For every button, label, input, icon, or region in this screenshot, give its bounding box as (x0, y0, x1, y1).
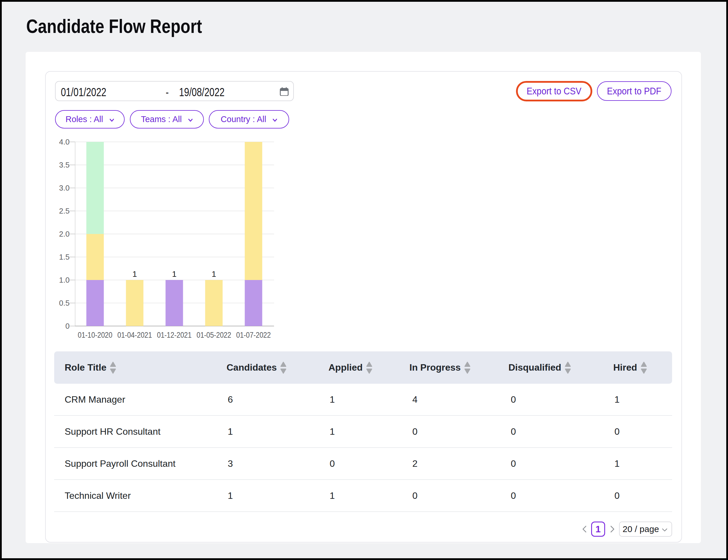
svg-text:01-04-2021: 01-04-2021 (117, 331, 152, 339)
svg-text:1.5: 1.5 (59, 253, 70, 261)
svg-text:2.5: 2.5 (59, 207, 70, 215)
svg-text:3.0: 3.0 (59, 184, 70, 192)
svg-text:2.0: 2.0 (59, 230, 70, 238)
svg-text:0: 0 (66, 322, 70, 330)
svg-text:4.0: 4.0 (59, 138, 70, 146)
svg-text:01-07-2022: 01-07-2022 (236, 331, 271, 339)
svg-text:3.5: 3.5 (59, 161, 70, 169)
svg-text:1: 1 (133, 270, 137, 279)
svg-text:01-12-2021: 01-12-2021 (157, 331, 192, 339)
svg-text:01-05-2022: 01-05-2022 (197, 331, 231, 339)
svg-text:01-10-2020: 01-10-2020 (78, 331, 112, 339)
svg-text:0.5: 0.5 (59, 299, 70, 307)
svg-text:1.0: 1.0 (59, 276, 70, 284)
svg-text:1: 1 (212, 270, 216, 279)
svg-text:1: 1 (172, 270, 177, 279)
